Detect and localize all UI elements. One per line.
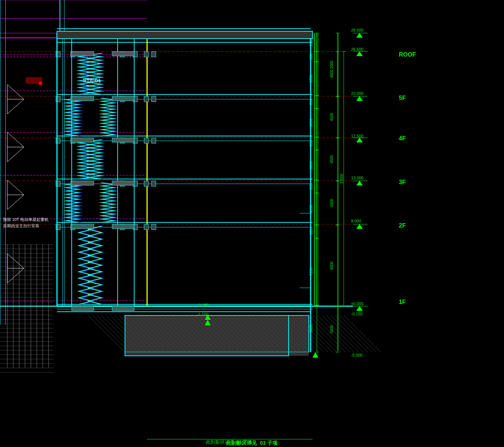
sta-label: STA-01 xyxy=(83,77,101,83)
floor-label-roof: ROOF xyxy=(399,51,416,58)
crane-text-2: 后期由业主自行安装 xyxy=(3,223,39,229)
bottom-note: 此剖影区详见 03 子项 xyxy=(206,439,252,446)
elev-neg015: -0.150 xyxy=(351,312,362,316)
cad-drawing xyxy=(0,0,504,447)
elev-neg5: -5.000 xyxy=(351,353,362,357)
elev-13000: 13.000 xyxy=(351,176,364,180)
elev-8000: 8.000 xyxy=(351,219,361,223)
floor-label-3f: 3F xyxy=(399,179,406,186)
floor-label-4f: 4F xyxy=(399,135,406,142)
elev-neg015-drawing: -0.150 xyxy=(197,303,208,307)
elev-neg115-drawing: -1.150 xyxy=(197,312,208,317)
elev-28500: 28.500 xyxy=(351,28,364,32)
elev-17500: 17.500 xyxy=(351,134,364,138)
elev-0: ±0.000 xyxy=(351,301,364,306)
elev-26500: 26.500 xyxy=(351,47,364,51)
floor-label-2f: 2F xyxy=(399,222,406,229)
elev-22000: 22.000 xyxy=(351,91,364,96)
floor-label-1f: 1F xyxy=(399,299,406,305)
floor-label-5f: 5F xyxy=(399,95,406,101)
crane-text-1: 预留 10T 电动单梁起重机 xyxy=(3,217,49,222)
